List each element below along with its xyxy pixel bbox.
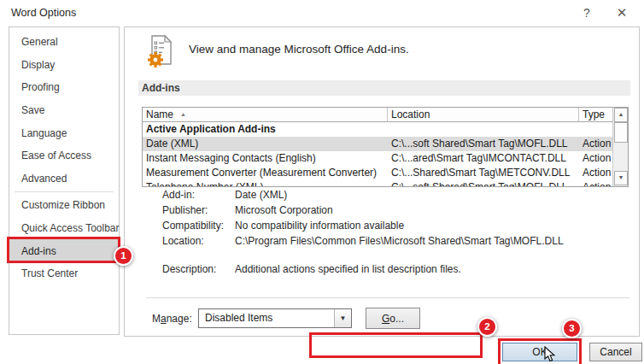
annotation-badge-2: 2: [477, 317, 497, 337]
sidebar-item-trust-center[interactable]: Trust Center: [9, 262, 119, 285]
gear-icon: [148, 52, 163, 68]
detail-label: Add-in:: [162, 189, 235, 201]
sort-ascending-icon: ▲: [180, 111, 186, 117]
detail-row-location: Location:C:\Program Files\Common Files\M…: [162, 235, 564, 247]
cell-name: Telephone Number (XML): [143, 180, 388, 187]
divider: [146, 297, 629, 298]
chevron-down-icon[interactable]: ▼: [334, 309, 351, 327]
manage-dropdown[interactable]: Disabled Items ▼: [198, 308, 352, 328]
cell-type: Action: [579, 180, 615, 187]
page-title: View and manage Microsoft Office Add-ins…: [189, 43, 409, 56]
cancel-button[interactable]: Cancel: [589, 343, 642, 361]
cell-loc: C:\...soft Shared\Smart Tag\MOFL.DLL: [388, 180, 579, 187]
sidebar: GeneralDisplayProofingSaveLanguageEase o…: [9, 26, 120, 335]
detail-row-description: Description:Additional actions specified…: [162, 263, 461, 275]
cell-name: Date (XML): [143, 137, 388, 151]
column-header-type[interactable]: Type: [579, 108, 615, 122]
table-row[interactable]: Telephone Number (XML)C:\...soft Shared\…: [143, 180, 615, 187]
close-icon[interactable]: ✕: [612, 4, 631, 21]
detail-value: Additional actions specified in list des…: [235, 263, 461, 275]
annotation-rect-ok: [498, 338, 582, 364]
table-row[interactable]: Instant Messaging Contacts (English)C:\.…: [143, 151, 615, 166]
cell-loc: C:\...Shared\Smart Tag\METCONV.DLL: [388, 166, 579, 180]
sidebar-item-language[interactable]: Language: [9, 121, 119, 144]
detail-value: Microsoft Corporation: [235, 204, 333, 216]
sidebar-item-save[interactable]: Save: [9, 99, 119, 122]
cell-type: Action: [579, 166, 615, 180]
table-scrollbar[interactable]: ▲ ▼: [612, 108, 628, 186]
detail-row-add-in: Add-in:Date (XML): [162, 189, 287, 201]
sidebar-divider: [15, 191, 114, 192]
addins-table: Name▲ Location Type Active Application A…: [142, 107, 629, 187]
detail-value: No compatibility information available: [235, 220, 404, 232]
detail-label: Description:: [162, 263, 235, 275]
cell-type: Action: [579, 137, 615, 151]
annotation-rect-addins: [7, 237, 120, 263]
cell-loc: C:\...ared\Smart Tag\IMCONTACT.DLL: [388, 151, 579, 166]
manage-dropdown-value: Disabled Items: [205, 312, 272, 324]
sidebar-item-advanced[interactable]: Advanced: [9, 167, 119, 191]
addins-page-icon: [145, 34, 178, 72]
manage-label: Manage:: [152, 313, 192, 325]
cell-name: Instant Messaging Contacts (English): [143, 151, 388, 166]
detail-row-publisher: Publisher:Microsoft Corporation: [162, 204, 333, 216]
detail-label: Publisher:: [162, 204, 235, 216]
sidebar-item-customize-ribbon[interactable]: Customize Ribbon: [9, 194, 119, 217]
detail-row-compatibility: Compatibility:No compatibility informati…: [162, 220, 404, 232]
sidebar-item-proofing[interactable]: Proofing: [9, 76, 119, 99]
column-header-name[interactable]: Name▲: [143, 108, 388, 122]
detail-label: Location:: [162, 235, 235, 247]
sidebar-item-general[interactable]: General: [9, 31, 119, 54]
addins-page: View and manage Microsoft Office Add-ins…: [124, 26, 640, 337]
cell-name: Measurement Converter (Measurement Conve…: [143, 166, 388, 180]
cell-loc: C:\...soft Shared\Smart Tag\MOFL.DLL: [388, 137, 579, 151]
scroll-up-icon[interactable]: ▲: [614, 108, 628, 122]
annotation-badge-1: 1: [114, 246, 133, 266]
annotation-badge-3: 3: [562, 319, 582, 338]
mouse-cursor-icon: [544, 346, 555, 364]
dialog-title: Word Options: [11, 7, 76, 19]
table-row[interactable]: Date (XML)C:\...soft Shared\Smart Tag\MO…: [143, 137, 615, 151]
detail-value: C:\Program Files\Common Files\Microsoft …: [235, 235, 564, 247]
scrollbar-thumb[interactable]: [614, 122, 628, 143]
annotation-rect-manage: [309, 332, 483, 358]
sidebar-item-ease-of-access[interactable]: Ease of Access: [9, 144, 119, 167]
column-header-location[interactable]: Location: [388, 108, 579, 122]
addins-section-header: Add-ins: [138, 80, 630, 96]
table-header-row: Name▲ Location Type: [143, 108, 615, 122]
table-group-header: Active Application Add-ins: [143, 122, 615, 137]
detail-value: Date (XML): [235, 189, 287, 201]
help-icon[interactable]: ?: [577, 4, 596, 21]
scroll-down-icon[interactable]: ▼: [614, 171, 628, 185]
sidebar-item-display[interactable]: Display: [9, 54, 119, 77]
go-button[interactable]: Go...: [366, 308, 420, 329]
detail-label: Compatibility:: [162, 220, 235, 232]
table-row[interactable]: Measurement Converter (Measurement Conve…: [143, 166, 615, 180]
cell-type: Action: [579, 151, 615, 166]
